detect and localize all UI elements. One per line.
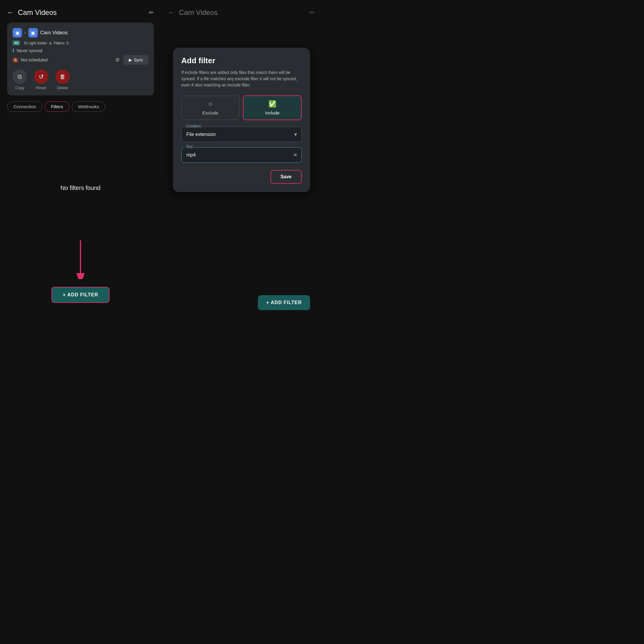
sync-name: Cam Videos xyxy=(40,30,68,36)
condition-field: Condition File extension ▾ xyxy=(181,127,302,142)
sync-card: ▣ › ▣ Cam Videos V2 To right folder ◆ Fi… xyxy=(7,23,154,95)
tabs-row: Connection Filters Webhooks xyxy=(7,101,154,112)
schedule-right: ⚙ ▶ Sync xyxy=(115,55,148,65)
sync-label: Sync xyxy=(134,58,143,62)
action-row: ⧉ Copy ↺ Reset 🗑 Delete xyxy=(13,69,148,90)
save-button[interactable]: Save xyxy=(270,170,302,184)
sync-button[interactable]: ▶ Sync xyxy=(123,55,148,65)
no-filters-text: No filters found xyxy=(61,185,101,191)
arrow-right-icon: › xyxy=(24,30,26,35)
never-synced-label: Never synced xyxy=(17,48,42,53)
modal-overlay: Add filter If include filters are added … xyxy=(161,0,322,322)
right-panel: ← Cam Videos ✏ Add filter If include fil… xyxy=(161,0,322,322)
delete-icon: 🗑 xyxy=(55,69,70,84)
text-input[interactable] xyxy=(181,147,302,163)
not-scheduled-label: Not scheduled xyxy=(21,58,48,62)
tab-webhooks[interactable]: Webhooks xyxy=(72,101,106,112)
reset-action[interactable]: ↺ Reset xyxy=(34,69,48,90)
schedule-row: 🔕 Not scheduled ⚙ ▶ Sync xyxy=(13,55,148,65)
v2-badge: V2 xyxy=(13,41,20,45)
page-title: Cam Videos xyxy=(18,8,57,17)
info-icon: ℹ xyxy=(13,48,14,53)
text-label: Text xyxy=(185,145,194,149)
clear-button[interactable]: ✕ xyxy=(293,152,298,158)
modal-title: Add filter xyxy=(181,56,302,65)
meta-dot: ◆ xyxy=(49,41,52,45)
condition-label: Condition xyxy=(185,124,202,128)
include-option[interactable]: ✅ Include xyxy=(243,95,302,120)
reset-label: Reset xyxy=(36,86,46,90)
delete-action[interactable]: 🗑 Delete xyxy=(55,69,70,90)
add-filter-modal: Add filter If include filters are added … xyxy=(173,48,310,192)
filters-text: Filters: 0 xyxy=(54,41,69,45)
edit-icon[interactable]: ✏ xyxy=(149,9,154,16)
sync-meta: V2 To right folder ◆ Filters: 0 xyxy=(13,41,148,45)
add-filter-button[interactable]: + ADD FILTER xyxy=(51,287,109,303)
exclude-label: Exclude xyxy=(202,110,218,115)
copy-action[interactable]: ⧉ Copy xyxy=(13,69,27,90)
copy-icon: ⧉ xyxy=(13,69,27,84)
arrow-annotation xyxy=(69,240,92,279)
sync-card-top: ▣ › ▣ Cam Videos xyxy=(13,28,148,38)
never-synced-row: ℹ Never synced xyxy=(13,48,148,53)
exclude-option[interactable]: ○ Exclude xyxy=(181,96,239,120)
reset-icon: ↺ xyxy=(34,69,48,84)
bell-icon: 🔕 xyxy=(13,57,18,63)
modal-footer: Save xyxy=(181,170,302,184)
copy-label: Copy xyxy=(15,86,24,90)
schedule-search-icon[interactable]: ⚙ xyxy=(115,57,120,63)
include-icon: ✅ xyxy=(268,100,276,108)
dest-folder-icon: ▣ xyxy=(28,28,38,38)
left-header-left: ← Cam Videos xyxy=(7,8,57,17)
text-field: Text ✕ xyxy=(181,147,302,163)
sync-play-icon: ▶ xyxy=(129,58,132,62)
no-filters-section: No filters found + ADD FILTER xyxy=(7,121,154,315)
source-folder-icon: ▣ xyxy=(13,28,22,38)
include-label: Include xyxy=(265,110,279,115)
meta-text: To right folder xyxy=(24,41,47,45)
left-header: ← Cam Videos ✏ xyxy=(7,8,154,17)
tab-connection[interactable]: Connection xyxy=(7,101,42,112)
exclude-icon: ○ xyxy=(208,100,212,108)
left-panel: ← Cam Videos ✏ ▣ › ▣ Cam Videos V2 To ri… xyxy=(0,0,161,322)
condition-select[interactable]: File extension xyxy=(181,127,302,142)
filter-type-toggle: ○ Exclude ✅ Include xyxy=(181,95,302,120)
schedule-left: 🔕 Not scheduled xyxy=(13,57,48,63)
delete-label: Delete xyxy=(57,86,68,90)
tab-filters[interactable]: Filters xyxy=(45,101,69,112)
back-button[interactable]: ← xyxy=(7,9,14,16)
modal-description: If include filters are added only files … xyxy=(181,69,302,88)
